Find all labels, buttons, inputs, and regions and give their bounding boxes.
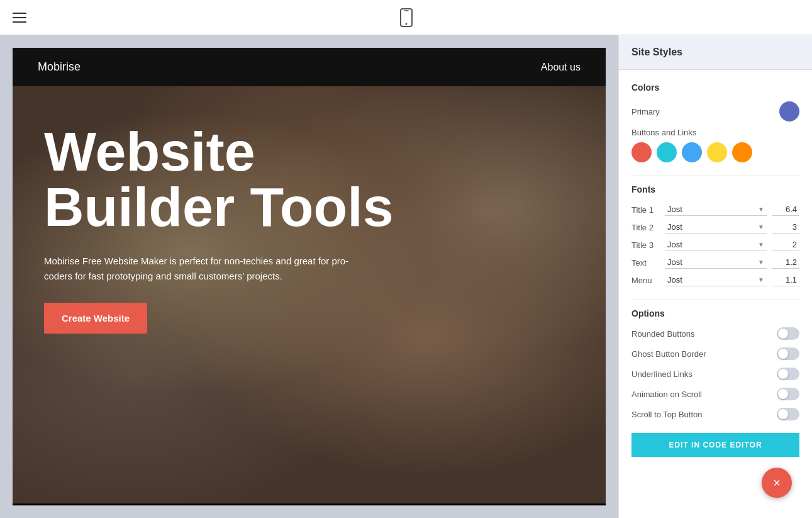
create-website-button[interactable]: Create Website xyxy=(44,303,147,334)
font-select-title2[interactable]: Jost ▼ xyxy=(665,221,767,234)
main-area: Mobirise About us Website Builder Tools … xyxy=(0,35,812,518)
primary-color-swatch[interactable] xyxy=(779,101,799,121)
font-select-text[interactable]: Jost ▼ xyxy=(665,256,767,269)
font-row-title3: Title 3 Jost ▼ xyxy=(631,239,799,251)
font-select-title1[interactable]: Jost ▼ xyxy=(665,203,767,216)
font-size-title3[interactable] xyxy=(772,239,799,251)
color-swatch-blue[interactable] xyxy=(682,142,702,162)
font-arrow-title1: ▼ xyxy=(758,206,764,213)
close-fab-button[interactable]: × xyxy=(762,468,792,498)
options-section-title: Options xyxy=(631,308,799,318)
font-label-title3: Title 3 xyxy=(631,240,660,250)
hero-content: Website Builder Tools Mobirise Free Webs… xyxy=(13,86,606,359)
font-size-text[interactable] xyxy=(772,256,799,269)
fonts-section: Fonts Title 1 Jost ▼ Title 2 Jost ▼ xyxy=(631,184,799,286)
font-name-title1: Jost xyxy=(667,205,682,214)
preview-area: Mobirise About us Website Builder Tools … xyxy=(0,35,618,518)
primary-color-row: Primary xyxy=(631,101,799,121)
site-brand: Mobirise xyxy=(38,60,81,74)
font-arrow-title3: ▼ xyxy=(758,241,764,248)
colors-section-title: Colors xyxy=(631,82,799,93)
font-label-title2: Title 2 xyxy=(631,223,660,232)
topbar xyxy=(0,0,812,35)
font-arrow-text: ▼ xyxy=(758,259,764,266)
font-row-title1: Title 1 Jost ▼ xyxy=(631,203,799,216)
divider-1 xyxy=(631,175,799,176)
menu-icon[interactable] xyxy=(13,13,26,23)
divider-2 xyxy=(631,299,799,300)
font-select-title3[interactable]: Jost ▼ xyxy=(665,239,767,251)
font-label-text: Text xyxy=(631,258,660,267)
font-arrow-menu: ▼ xyxy=(758,276,764,283)
colors-section: Colors Primary Buttons and Links xyxy=(631,82,799,162)
site-nav: Mobirise About us xyxy=(13,48,606,86)
option-row-underlined-links: Underlined Links xyxy=(631,368,799,380)
hero-subtitle: Mobirise Free Website Maker is perfect f… xyxy=(44,254,371,284)
font-row-menu: Menu Jost ▼ xyxy=(631,274,799,286)
color-swatch-yellow[interactable] xyxy=(707,142,727,162)
hero-section: Website Builder Tools Mobirise Free Webs… xyxy=(13,86,606,504)
hero-title: Website Builder Tools xyxy=(44,124,574,235)
option-label-animation-scroll: Animation on Scroll xyxy=(631,390,702,399)
edit-code-button[interactable]: EDIT IN CODE EDITOR xyxy=(631,433,799,457)
mobile-device-icon[interactable] xyxy=(400,8,413,27)
font-name-title2: Jost xyxy=(667,222,682,232)
options-section: Options Rounded Buttons Ghost Button Bor… xyxy=(631,308,799,420)
right-panel: Site Styles Colors Primary Buttons and L… xyxy=(618,35,812,518)
toggle-rounded-buttons[interactable] xyxy=(777,327,799,340)
svg-point-1 xyxy=(405,23,407,25)
preview-frame: Mobirise About us Website Builder Tools … xyxy=(13,48,606,505)
buttons-links-label: Buttons and Links xyxy=(631,128,799,137)
option-label-ghost-button: Ghost Button Border xyxy=(631,349,706,359)
font-row-title2: Title 2 Jost ▼ xyxy=(631,221,799,234)
font-label-title1: Title 1 xyxy=(631,205,660,215)
font-arrow-title2: ▼ xyxy=(758,223,764,230)
font-size-title2[interactable] xyxy=(772,221,799,234)
panel-body: Colors Primary Buttons and Links Fonts xyxy=(619,70,812,518)
toggle-underlined-links[interactable] xyxy=(777,368,799,380)
color-swatch-red[interactable] xyxy=(631,142,652,162)
option-row-ghost-button: Ghost Button Border xyxy=(631,347,799,360)
font-name-menu: Jost xyxy=(667,275,682,284)
option-label-rounded-buttons: Rounded Buttons xyxy=(631,329,694,339)
font-size-menu[interactable] xyxy=(772,274,799,286)
toggle-animation-scroll[interactable] xyxy=(777,388,799,400)
color-swatches-row xyxy=(631,142,799,162)
panel-header: Site Styles xyxy=(619,35,812,70)
font-name-title3: Jost xyxy=(667,240,682,249)
option-label-underlined-links: Underlined Links xyxy=(631,369,692,379)
font-row-text: Text Jost ▼ xyxy=(631,256,799,269)
option-row-animation-scroll: Animation on Scroll xyxy=(631,388,799,400)
font-select-menu[interactable]: Jost ▼ xyxy=(665,274,767,286)
font-label-menu: Menu xyxy=(631,276,660,285)
site-nav-link[interactable]: About us xyxy=(541,62,581,73)
primary-color-label: Primary xyxy=(631,107,660,116)
color-swatch-teal[interactable] xyxy=(657,142,677,162)
option-row-rounded-buttons: Rounded Buttons xyxy=(631,327,799,340)
toggle-scroll-top[interactable] xyxy=(777,408,799,420)
fonts-section-title: Fonts xyxy=(631,184,799,194)
option-row-scroll-top: Scroll to Top Button xyxy=(631,408,799,420)
hero-title-line2: Builder Tools xyxy=(44,179,574,235)
hero-title-line1: Website xyxy=(44,124,574,179)
font-name-text: Jost xyxy=(667,257,682,267)
toggle-ghost-button[interactable] xyxy=(777,347,799,360)
color-swatch-orange[interactable] xyxy=(732,142,752,162)
font-size-title1[interactable] xyxy=(772,203,799,216)
option-label-scroll-top: Scroll to Top Button xyxy=(631,410,703,419)
